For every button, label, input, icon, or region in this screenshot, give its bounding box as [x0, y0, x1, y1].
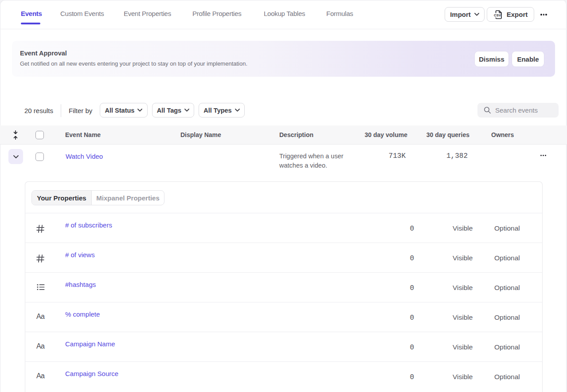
svg-text:CSV: CSV: [494, 13, 501, 17]
